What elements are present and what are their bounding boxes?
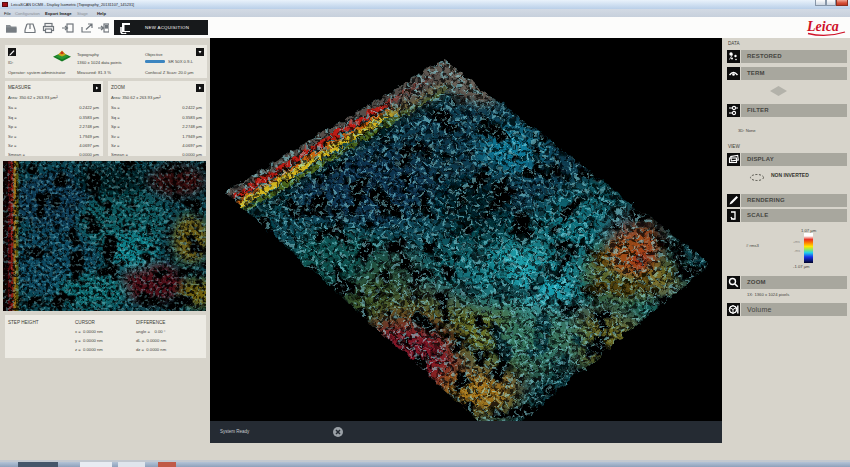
svg-text:Leica: Leica [806,19,839,34]
